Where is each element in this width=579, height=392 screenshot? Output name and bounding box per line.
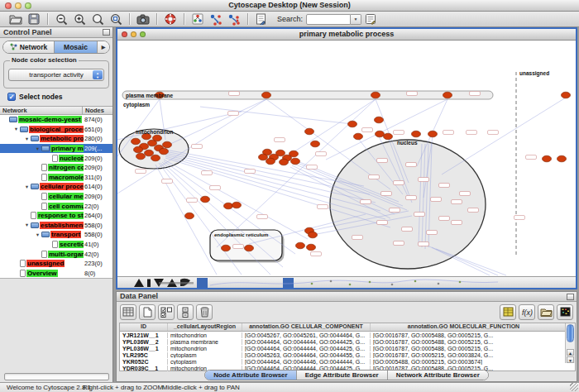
network-node[interactable]: [305, 128, 314, 135]
resize-grip[interactable]: [570, 383, 578, 391]
tree-row[interactable]: macromolecule311(0): [0, 173, 112, 183]
network-node[interactable]: [428, 131, 438, 137]
attribute-table-button[interactable]: [120, 304, 136, 320]
tree-row[interactable]: nitrogen compo209(0): [0, 163, 112, 173]
network-graph[interactable]: plasma membranecytoplasmmitochondrionnuc…: [117, 41, 576, 276]
network-node[interactable]: [132, 138, 141, 145]
attribute-pair-button[interactable]: [177, 304, 194, 320]
search-options-button[interactable]: [363, 12, 378, 26]
network-node[interactable]: [276, 150, 285, 156]
vertical-scrollbar[interactable]: ▲ ▼: [565, 323, 575, 363]
tree-row[interactable]: ▼biological_process651(0): [0, 125, 112, 135]
tree-row[interactable]: ▼transport558(0): [0, 230, 112, 240]
network-node[interactable]: [185, 213, 194, 219]
table-row[interactable]: YKR052Ccytoplasm[GO:0044464, GO:0044446,…: [120, 358, 575, 365]
network-node[interactable]: [309, 232, 318, 238]
network-node[interactable]: [134, 146, 143, 153]
network-node[interactable]: [259, 154, 268, 160]
tree-row[interactable]: ▼primary metabo209(...: [0, 144, 112, 154]
network-node[interactable]: [280, 159, 289, 165]
import-table-button[interactable]: [254, 12, 269, 26]
expand-neighbors-button[interactable]: [227, 12, 242, 26]
select-nodes-checkbox[interactable]: ✓: [7, 93, 16, 101]
network-node[interactable]: [311, 141, 320, 147]
node-attributes-button[interactable]: [190, 12, 205, 26]
save-session-button[interactable]: [26, 12, 41, 26]
tree-row[interactable]: multi-organism pro42(0): [0, 249, 112, 259]
network-node[interactable]: [163, 141, 172, 148]
network-node[interactable]: [262, 92, 271, 98]
network-node[interactable]: [222, 245, 231, 251]
tree-row[interactable]: cellular metabo209(0): [0, 192, 112, 202]
column-header-cellular-component[interactable]: annotation.GO CELLULAR_COMPONENT: [242, 323, 371, 331]
network-node[interactable]: [443, 92, 452, 98]
tree-row[interactable]: unassigned223(0): [0, 259, 112, 269]
tab-network[interactable]: Network: [3, 41, 55, 53]
expander-icon[interactable]: ▼: [23, 222, 31, 227]
expander-icon[interactable]: ▼: [34, 232, 41, 237]
tree-row[interactable]: cell communicat22(0): [0, 201, 112, 211]
tree-row[interactable]: Overview8(0): [0, 269, 112, 279]
scroll-up-button[interactable]: ▲: [567, 349, 574, 356]
search-dropdown-button[interactable]: ▼: [351, 14, 361, 25]
open-attributes-button[interactable]: [538, 304, 554, 320]
network-node[interactable]: [290, 151, 299, 157]
help-button[interactable]: [163, 12, 178, 26]
network-node[interactable]: [151, 155, 160, 161]
network-node[interactable]: [348, 121, 357, 127]
table-row[interactable]: YJR121W__1mitochondrion[GO:0045267, GO:0…: [120, 332, 575, 338]
zoom-selected-button[interactable]: [108, 12, 123, 26]
open-session-button[interactable]: [8, 12, 23, 26]
first-neighbors-button[interactable]: [208, 12, 223, 26]
network-node[interactable]: [543, 155, 552, 162]
tab-mosaic[interactable]: Mosaic: [55, 41, 98, 53]
network-node[interactable]: [375, 117, 384, 123]
tree-row[interactable]: nucleobase-209(0): [0, 153, 112, 163]
network-node[interactable]: [412, 131, 421, 137]
zoom-out-button[interactable]: [54, 12, 69, 26]
network-node[interactable]: [136, 153, 146, 160]
delete-attribute-button[interactable]: [196, 304, 213, 320]
network-canvas[interactable]: plasma membranecytoplasmmitochondrionnuc…: [117, 41, 576, 276]
expander-icon[interactable]: ▼: [23, 184, 31, 189]
network-node[interactable]: [291, 158, 300, 165]
network-node[interactable]: [371, 92, 380, 98]
zoom-fit-button[interactable]: [90, 12, 105, 26]
tree-row[interactable]: secretion41(0): [0, 240, 112, 250]
network-node[interactable]: [245, 245, 254, 251]
tab-edge-attribute-browser[interactable]: Edge Attribute Browser: [297, 370, 388, 380]
tree-row[interactable]: response to stimulu264(0): [0, 211, 112, 221]
column-header-id[interactable]: ID: [120, 323, 168, 331]
tab-network-attribute-browser[interactable]: Network Attribute Browser: [388, 370, 488, 380]
network-node[interactable]: [201, 196, 210, 203]
network-node[interactable]: [384, 133, 393, 140]
function-builder-button[interactable]: f(x): [519, 304, 535, 320]
column-header-molecular-function[interactable]: annotation.GO MOLECULAR_FUNCTION: [371, 323, 557, 331]
zoom-in-button[interactable]: [72, 12, 87, 26]
snapshot-button[interactable]: [136, 12, 151, 26]
tab-overflow-button[interactable]: ▶: [98, 41, 109, 53]
network-node[interactable]: [354, 133, 363, 140]
network-node[interactable]: [557, 155, 567, 162]
column-header-region[interactable]: _cellularLayoutRegion: [168, 323, 242, 331]
table-row[interactable]: YLR295Ccytoplasm[GO:0045263, GO:0044464,…: [120, 351, 575, 358]
network-node[interactable]: [266, 158, 275, 165]
tree-row[interactable]: ▼establishment of lo558(0): [0, 221, 112, 231]
table-row[interactable]: YPL036W__2plasma membrane[GO:0044464, GO…: [120, 338, 575, 345]
tree-row[interactable]: mosaic-demo-yeast874(0): [0, 115, 112, 125]
tree-column-network[interactable]: Network: [0, 107, 83, 114]
panel-float-icon[interactable]: [103, 29, 110, 36]
network-node[interactable]: [145, 150, 154, 156]
tree-row[interactable]: ▼metabolic process280(0): [0, 134, 112, 144]
network-node[interactable]: [160, 148, 169, 155]
panel-float-icon[interactable]: [567, 294, 574, 300]
expander-icon[interactable]: ▼: [34, 146, 41, 151]
tree-column-nodes[interactable]: Nodes: [83, 107, 112, 114]
scroll-down-button[interactable]: ▼: [567, 356, 574, 363]
expander-icon[interactable]: ▼: [23, 136, 31, 141]
network-node[interactable]: [224, 203, 233, 209]
node-color-dropdown[interactable]: transporter activity ▲▼: [8, 69, 104, 81]
table-row[interactable]: YPL036W__1mitochondrion[GO:0044464, GO:0…: [120, 345, 575, 351]
tree-row[interactable]: ▼cellular process614(0): [0, 182, 112, 192]
network-node[interactable]: [376, 131, 385, 137]
